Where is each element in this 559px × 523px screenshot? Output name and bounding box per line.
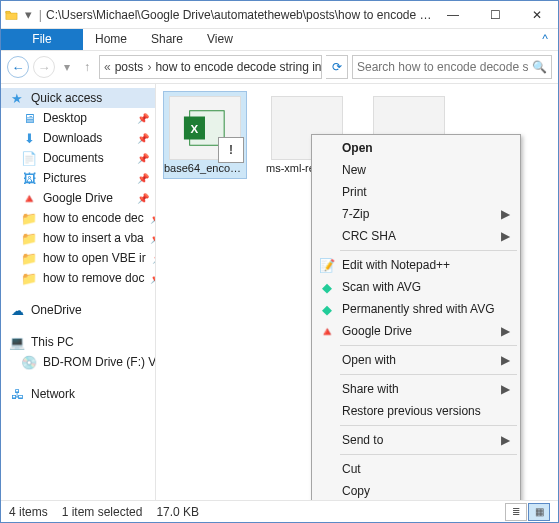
file-item[interactable]: X ! base64_encode_d bbox=[164, 92, 246, 178]
menu-crc[interactable]: CRC SHA▶ bbox=[314, 225, 518, 247]
ribbon-expand-icon[interactable]: ^ bbox=[542, 29, 558, 50]
menu-7zip[interactable]: 7-Zip▶ bbox=[314, 203, 518, 225]
documents-icon: 📄 bbox=[21, 150, 37, 166]
body: ★ Quick access 🖥Desktop📌 ⬇Downloads📌 📄Do… bbox=[1, 83, 558, 500]
desktop-icon: 🖥 bbox=[21, 110, 37, 126]
sidebar-item-label: This PC bbox=[31, 335, 74, 349]
sidebar-item-gdrive[interactable]: 🔺Google Drive📌 bbox=[1, 188, 155, 208]
sidebar-item-downloads[interactable]: ⬇Downloads📌 bbox=[1, 128, 155, 148]
crumb-current[interactable]: how to encode decode string in base... bbox=[155, 60, 322, 74]
menu-npp[interactable]: 📝Edit with Notepad++ bbox=[314, 254, 518, 276]
nav-forward-button[interactable]: → bbox=[33, 56, 55, 78]
menu-separator bbox=[340, 374, 517, 375]
sidebar-thispc[interactable]: 💻This PC bbox=[1, 332, 155, 352]
minimize-button[interactable]: — bbox=[432, 1, 474, 29]
sidebar-item-label: Network bbox=[31, 387, 75, 401]
menu-restore[interactable]: Restore previous versions bbox=[314, 400, 518, 422]
menu-print[interactable]: Print bbox=[314, 181, 518, 203]
view-details-button[interactable]: ≣ bbox=[505, 503, 527, 521]
menu-openwith[interactable]: Open with▶ bbox=[314, 349, 518, 371]
menu-separator bbox=[340, 250, 517, 251]
menu-scan-avg[interactable]: ◆Scan with AVG bbox=[314, 276, 518, 298]
menu-sendto[interactable]: Send to▶ bbox=[314, 429, 518, 451]
tab-home[interactable]: Home bbox=[83, 29, 139, 50]
menu-separator bbox=[340, 454, 517, 455]
menu-label: Cut bbox=[342, 462, 361, 476]
pc-icon: 💻 bbox=[9, 334, 25, 350]
file-list[interactable]: X ! base64_encode_d ms-xml-reference vba… bbox=[156, 84, 558, 500]
sidebar-item-label: how to remove doc bbox=[43, 271, 144, 285]
sidebar-item-label: BD-ROM Drive (F:) V bbox=[43, 355, 155, 369]
sidebar-item-folder[interactable]: 📁how to open VBE ir📌 bbox=[1, 248, 155, 268]
pin-icon: 📌 bbox=[137, 153, 149, 164]
refresh-button[interactable]: ⟳ bbox=[326, 55, 348, 79]
menu-shred-avg[interactable]: ◆Permanently shred with AVG bbox=[314, 298, 518, 320]
sidebar-item-folder[interactable]: 📁how to remove doc📌 bbox=[1, 268, 155, 288]
chevron-down-icon[interactable]: ▾ bbox=[22, 7, 35, 23]
sidebar-item-desktop[interactable]: 🖥Desktop📌 bbox=[1, 108, 155, 128]
avg-icon: ◆ bbox=[318, 302, 336, 317]
view-icons-button[interactable]: ▦ bbox=[528, 503, 550, 521]
ribbon-tabs: File Home Share View ^ bbox=[1, 29, 558, 51]
sidebar-item-pictures[interactable]: 🖼Pictures📌 bbox=[1, 168, 155, 188]
title-separator: | bbox=[39, 8, 42, 22]
nav-recent-icon[interactable]: ▾ bbox=[59, 60, 75, 74]
nav-back-button[interactable]: ← bbox=[7, 56, 29, 78]
menu-label: 7-Zip bbox=[342, 207, 369, 221]
maximize-button[interactable]: ☐ bbox=[474, 1, 516, 29]
pin-icon: 📌 bbox=[152, 253, 155, 264]
sidebar-bdrom[interactable]: 💿BD-ROM Drive (F:) V bbox=[1, 352, 155, 372]
sidebar-item-folder[interactable]: 📁how to encode dec📌 bbox=[1, 208, 155, 228]
menu-label: Open with bbox=[342, 353, 396, 367]
folder-icon: 📁 bbox=[21, 250, 37, 266]
menu-gdrive[interactable]: 🔺Google Drive▶ bbox=[314, 320, 518, 342]
pin-icon: 📌 bbox=[137, 173, 149, 184]
sidebar-item-label: Downloads bbox=[43, 131, 102, 145]
warning-badge-icon: ! bbox=[218, 137, 244, 163]
onedrive-icon: ☁ bbox=[9, 302, 25, 318]
menu-label: Copy bbox=[342, 484, 370, 498]
crumb-posts[interactable]: posts bbox=[115, 60, 144, 74]
nav-up-button[interactable]: ↑ bbox=[79, 60, 95, 74]
menu-sharewith[interactable]: Share with▶ bbox=[314, 378, 518, 400]
menu-label: Share with bbox=[342, 382, 399, 396]
sidebar-item-documents[interactable]: 📄Documents📌 bbox=[1, 148, 155, 168]
menu-copy[interactable]: Copy bbox=[314, 480, 518, 500]
pin-icon: 📌 bbox=[137, 193, 149, 204]
search-input[interactable] bbox=[357, 60, 528, 74]
folder-icon: 📁 bbox=[21, 230, 37, 246]
sidebar-item-label: how to encode dec bbox=[43, 211, 144, 225]
svg-text:X: X bbox=[191, 123, 199, 135]
search-box[interactable]: 🔍 bbox=[352, 55, 552, 79]
address-bar-row: ← → ▾ ↑ « posts › how to encode decode s… bbox=[1, 51, 558, 83]
chevron-right-icon: › bbox=[147, 60, 151, 74]
folder-icon bbox=[5, 7, 18, 23]
breadcrumb[interactable]: « posts › how to encode decode string in… bbox=[99, 55, 322, 79]
menu-label: Restore previous versions bbox=[342, 404, 481, 418]
sidebar-network[interactable]: 🖧Network bbox=[1, 384, 155, 404]
status-item-count: 4 items bbox=[9, 505, 48, 519]
menu-label: CRC SHA bbox=[342, 229, 396, 243]
menu-label: Google Drive bbox=[342, 324, 412, 338]
submenu-arrow-icon: ▶ bbox=[501, 324, 510, 338]
explorer-window: ▾ | C:\Users\Michael\Google Drive\automa… bbox=[0, 0, 559, 523]
pin-icon: 📌 bbox=[150, 273, 155, 284]
menu-cut[interactable]: Cut bbox=[314, 458, 518, 480]
menu-separator bbox=[340, 425, 517, 426]
window-path: C:\Users\Michael\Google Drive\automateth… bbox=[46, 8, 432, 22]
gdrive-icon: 🔺 bbox=[21, 190, 37, 206]
sidebar-item-folder[interactable]: 📁how to insert a vba📌 bbox=[1, 228, 155, 248]
sidebar-onedrive[interactable]: ☁OneDrive bbox=[1, 300, 155, 320]
submenu-arrow-icon: ▶ bbox=[501, 433, 510, 447]
pictures-icon: 🖼 bbox=[21, 170, 37, 186]
quick-access-header[interactable]: ★ Quick access bbox=[1, 88, 155, 108]
status-selected: 1 item selected bbox=[62, 505, 143, 519]
menu-new[interactable]: New bbox=[314, 159, 518, 181]
close-button[interactable]: ✕ bbox=[516, 1, 558, 29]
sidebar-item-label: how to insert a vba bbox=[43, 231, 144, 245]
folder-icon: 📁 bbox=[21, 210, 37, 226]
tab-view[interactable]: View bbox=[195, 29, 245, 50]
tab-file[interactable]: File bbox=[1, 29, 83, 50]
tab-share[interactable]: Share bbox=[139, 29, 195, 50]
menu-open[interactable]: Open bbox=[314, 137, 518, 159]
